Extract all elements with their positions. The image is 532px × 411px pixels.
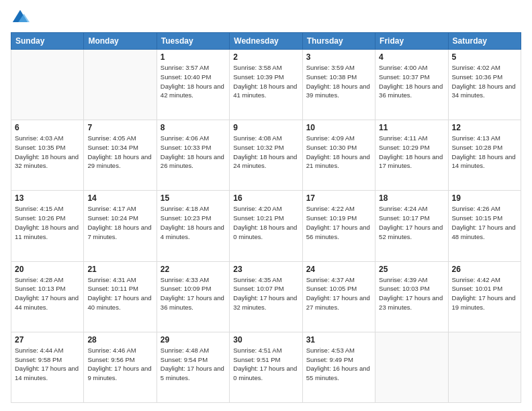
calendar-cell: 3 Sunrise: 3:59 AMSunset: 10:38 PMDaylig… — [302, 50, 375, 120]
calendar-cell: 17 Sunrise: 4:22 AMSunset: 10:19 PMDayli… — [302, 191, 375, 261]
day-detail: Sunrise: 4:13 AMSunset: 10:28 PMDaylight… — [452, 134, 517, 171]
day-number: 4 — [379, 52, 444, 62]
day-detail: Sunrise: 4:33 AMSunset: 10:09 PMDaylight… — [161, 275, 226, 312]
calendar-cell: 20 Sunrise: 4:28 AMSunset: 10:13 PMDayli… — [11, 261, 84, 332]
day-detail: Sunrise: 4:02 AMSunset: 10:36 PMDaylight… — [452, 63, 517, 100]
calendar-cell: 16 Sunrise: 4:20 AMSunset: 10:21 PMDayli… — [230, 191, 302, 261]
day-number: 1 — [161, 52, 226, 62]
weekday-header-row: SundayMondayTuesdayWednesdayThursdayFrid… — [11, 33, 521, 50]
day-number: 16 — [233, 193, 298, 203]
calendar-cell: 31 Sunrise: 4:53 AMSunset: 9:49 PMDaylig… — [302, 332, 375, 402]
calendar-cell: 2 Sunrise: 3:58 AMSunset: 10:39 PMDaylig… — [230, 50, 302, 120]
day-detail: Sunrise: 4:42 AMSunset: 10:01 PMDaylight… — [452, 275, 517, 312]
day-detail: Sunrise: 4:08 AMSunset: 10:32 PMDaylight… — [233, 134, 298, 171]
logo — [11, 8, 32, 27]
week-row-5: 27 Sunrise: 4:44 AMSunset: 9:58 PMDaylig… — [11, 332, 521, 402]
calendar-cell: 7 Sunrise: 4:05 AMSunset: 10:34 PMDaylig… — [84, 120, 157, 191]
weekday-saturday: Saturday — [448, 33, 521, 50]
header — [11, 8, 521, 27]
day-number: 3 — [306, 52, 371, 62]
day-number: 19 — [452, 193, 517, 203]
calendar-cell: 28 Sunrise: 4:46 AMSunset: 9:56 PMDaylig… — [84, 332, 157, 402]
calendar-cell: 11 Sunrise: 4:11 AMSunset: 10:29 PMDayli… — [375, 120, 448, 191]
day-detail: Sunrise: 3:59 AMSunset: 10:38 PMDaylight… — [306, 63, 371, 100]
day-detail: Sunrise: 4:24 AMSunset: 10:17 PMDaylight… — [379, 204, 444, 241]
calendar-cell: 19 Sunrise: 4:26 AMSunset: 10:15 PMDayli… — [448, 191, 521, 261]
calendar-cell: 4 Sunrise: 4:00 AMSunset: 10:37 PMDaylig… — [375, 50, 448, 120]
calendar-cell: 9 Sunrise: 4:08 AMSunset: 10:32 PMDaylig… — [230, 120, 302, 191]
calendar-cell: 22 Sunrise: 4:33 AMSunset: 10:09 PMDayli… — [157, 261, 229, 332]
calendar-cell — [84, 50, 157, 120]
day-number: 26 — [452, 265, 517, 274]
day-number: 5 — [452, 52, 517, 62]
calendar-cell: 1 Sunrise: 3:57 AMSunset: 10:40 PMDaylig… — [157, 50, 229, 120]
day-number: 28 — [87, 335, 152, 345]
day-detail: Sunrise: 4:05 AMSunset: 10:34 PMDaylight… — [87, 134, 152, 171]
day-detail: Sunrise: 4:11 AMSunset: 10:29 PMDaylight… — [379, 134, 444, 171]
calendar-cell: 26 Sunrise: 4:42 AMSunset: 10:01 PMDayli… — [448, 261, 521, 332]
calendar-cell — [375, 332, 448, 402]
weekday-friday: Friday — [375, 33, 448, 50]
calendar-cell: 8 Sunrise: 4:06 AMSunset: 10:33 PMDaylig… — [157, 120, 229, 191]
day-detail: Sunrise: 4:20 AMSunset: 10:21 PMDaylight… — [233, 204, 298, 241]
calendar-cell: 25 Sunrise: 4:39 AMSunset: 10:03 PMDayli… — [375, 261, 448, 332]
logo-icon — [11, 8, 30, 27]
day-detail: Sunrise: 3:57 AMSunset: 10:40 PMDaylight… — [161, 63, 226, 100]
day-number: 17 — [306, 193, 371, 203]
day-number: 20 — [15, 265, 80, 274]
calendar-cell: 30 Sunrise: 4:51 AMSunset: 9:51 PMDaylig… — [230, 332, 302, 402]
calendar-cell: 18 Sunrise: 4:24 AMSunset: 10:17 PMDayli… — [375, 191, 448, 261]
weekday-sunday: Sunday — [11, 33, 84, 50]
day-detail: Sunrise: 4:44 AMSunset: 9:58 PMDaylight:… — [15, 346, 80, 383]
calendar-cell: 5 Sunrise: 4:02 AMSunset: 10:36 PMDaylig… — [448, 50, 521, 120]
day-detail: Sunrise: 4:37 AMSunset: 10:05 PMDaylight… — [306, 275, 371, 312]
day-detail: Sunrise: 4:46 AMSunset: 9:56 PMDaylight:… — [87, 346, 152, 383]
day-detail: Sunrise: 4:03 AMSunset: 10:35 PMDaylight… — [15, 134, 80, 171]
day-detail: Sunrise: 4:18 AMSunset: 10:23 PMDaylight… — [161, 204, 226, 241]
calendar-cell: 13 Sunrise: 4:15 AMSunset: 10:26 PMDayli… — [11, 191, 84, 261]
day-detail: Sunrise: 4:53 AMSunset: 9:49 PMDaylight:… — [306, 346, 371, 383]
day-detail: Sunrise: 4:17 AMSunset: 10:24 PMDaylight… — [87, 204, 152, 241]
weekday-monday: Monday — [84, 33, 157, 50]
day-detail: Sunrise: 4:06 AMSunset: 10:33 PMDaylight… — [161, 134, 226, 171]
page: SundayMondayTuesdayWednesdayThursdayFrid… — [0, 0, 532, 411]
day-number: 22 — [161, 265, 226, 274]
day-detail: Sunrise: 4:31 AMSunset: 10:11 PMDaylight… — [87, 275, 152, 312]
calendar-cell: 24 Sunrise: 4:37 AMSunset: 10:05 PMDayli… — [302, 261, 375, 332]
weekday-wednesday: Wednesday — [230, 33, 302, 50]
calendar-cell: 23 Sunrise: 4:35 AMSunset: 10:07 PMDayli… — [230, 261, 302, 332]
day-detail: Sunrise: 4:39 AMSunset: 10:03 PMDaylight… — [379, 275, 444, 312]
day-number: 9 — [233, 123, 298, 132]
day-number: 27 — [15, 335, 80, 345]
day-number: 12 — [452, 123, 517, 132]
day-number: 6 — [15, 123, 80, 132]
week-row-2: 6 Sunrise: 4:03 AMSunset: 10:35 PMDaylig… — [11, 120, 521, 191]
weekday-tuesday: Tuesday — [157, 33, 229, 50]
calendar-cell: 27 Sunrise: 4:44 AMSunset: 9:58 PMDaylig… — [11, 332, 84, 402]
day-number: 31 — [306, 335, 371, 345]
calendar-cell — [448, 332, 521, 402]
day-number: 15 — [161, 193, 226, 203]
calendar-cell: 10 Sunrise: 4:09 AMSunset: 10:30 PMDayli… — [302, 120, 375, 191]
day-number: 24 — [306, 265, 371, 274]
day-detail: Sunrise: 4:00 AMSunset: 10:37 PMDaylight… — [379, 63, 444, 100]
calendar-cell: 6 Sunrise: 4:03 AMSunset: 10:35 PMDaylig… — [11, 120, 84, 191]
weekday-thursday: Thursday — [302, 33, 375, 50]
day-number: 7 — [87, 123, 152, 132]
day-detail: Sunrise: 4:09 AMSunset: 10:30 PMDaylight… — [306, 134, 371, 171]
day-detail: Sunrise: 4:22 AMSunset: 10:19 PMDaylight… — [306, 204, 371, 241]
day-number: 8 — [161, 123, 226, 132]
calendar-cell: 15 Sunrise: 4:18 AMSunset: 10:23 PMDayli… — [157, 191, 229, 261]
week-row-4: 20 Sunrise: 4:28 AMSunset: 10:13 PMDayli… — [11, 261, 521, 332]
day-number: 21 — [87, 265, 152, 274]
day-number: 30 — [233, 335, 298, 345]
day-number: 14 — [87, 193, 152, 203]
day-detail: Sunrise: 3:58 AMSunset: 10:39 PMDaylight… — [233, 63, 298, 100]
day-number: 11 — [379, 123, 444, 132]
day-detail: Sunrise: 4:28 AMSunset: 10:13 PMDaylight… — [15, 275, 80, 312]
calendar-cell: 29 Sunrise: 4:48 AMSunset: 9:54 PMDaylig… — [157, 332, 229, 402]
day-number: 18 — [379, 193, 444, 203]
calendar-table: SundayMondayTuesdayWednesdayThursdayFrid… — [11, 32, 521, 403]
day-number: 23 — [233, 265, 298, 274]
day-detail: Sunrise: 4:35 AMSunset: 10:07 PMDaylight… — [233, 275, 298, 312]
